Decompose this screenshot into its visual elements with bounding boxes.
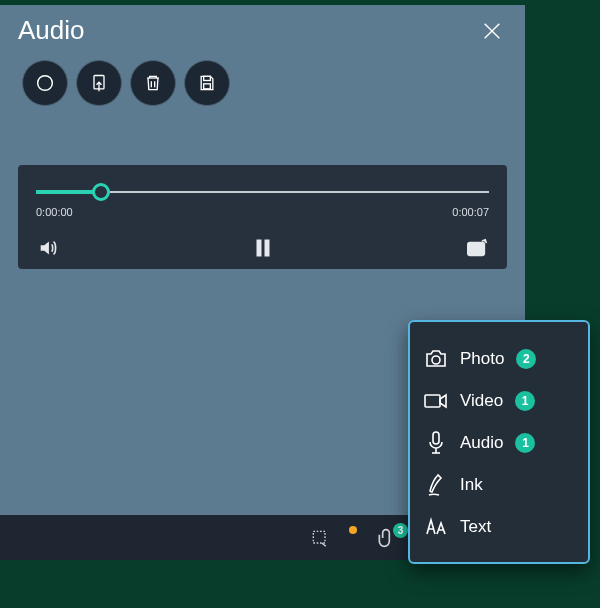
camera-icon [424,349,448,369]
pause-button[interactable] [251,236,275,260]
microphone-icon [426,431,446,455]
seek-track[interactable] [36,181,489,203]
svg-rect-11 [468,243,485,256]
record-button[interactable] [22,60,68,106]
attachment-button[interactable]: 3 [375,527,397,549]
svg-rect-8 [204,84,211,89]
action-buttons [0,46,525,106]
orange-dot-icon [349,526,357,534]
attachment-count-badge: 3 [393,523,408,538]
svg-point-13 [432,356,440,364]
player-controls [36,236,489,260]
menu-label: Audio [460,433,503,453]
menu-count-badge: 1 [515,391,535,411]
panel-header: Audio [0,5,525,46]
menu-label: Ink [460,475,483,495]
total-time: 0:00:07 [452,206,489,218]
volume-icon [37,237,59,259]
menu-item-ink[interactable]: Ink [424,464,588,506]
current-time: 0:00:00 [36,206,73,218]
audio-player: 0:00:00 0:00:07 [18,165,507,269]
close-button[interactable] [477,16,507,46]
svg-rect-14 [425,395,440,407]
menu-label: Photo [460,349,504,369]
crop-button[interactable] [309,527,331,549]
record-icon [34,72,56,94]
track-progress [36,190,98,194]
text-icon [424,517,448,537]
notification-dot [349,526,357,534]
menu-item-video[interactable]: Video 1 [424,380,588,422]
insert-menu: Photo 2 Video 1 Audio 1 [408,320,590,564]
menu-item-audio[interactable]: Audio 1 [424,422,588,464]
save-button[interactable] [184,60,230,106]
svg-rect-12 [313,531,325,543]
save-icon [197,73,217,93]
menu-count-badge: 2 [516,349,536,369]
pen-icon [425,473,447,497]
menu-count-badge: 1 [515,433,535,453]
menu-item-text[interactable]: Text [424,506,588,548]
svg-point-2 [38,76,53,91]
crop-icon [310,528,330,548]
volume-button[interactable] [36,236,60,260]
svg-rect-7 [204,76,211,80]
import-button[interactable] [76,60,122,106]
svg-rect-15 [433,432,439,444]
menu-label: Video [460,391,503,411]
delete-button[interactable] [130,60,176,106]
svg-rect-10 [265,240,269,256]
video-icon [424,392,448,410]
import-icon [89,73,109,93]
menu-label: Text [460,517,491,537]
close-icon [481,20,503,42]
time-row: 0:00:00 0:00:07 [36,206,489,218]
pause-icon [255,239,271,257]
menu-item-photo[interactable]: Photo 2 [424,338,588,380]
svg-rect-9 [257,240,261,256]
panel-title: Audio [18,15,85,46]
trash-icon [143,73,163,93]
fullscreen-button[interactable] [465,236,489,260]
track-thumb[interactable] [92,183,110,201]
fullscreen-icon [466,238,488,258]
